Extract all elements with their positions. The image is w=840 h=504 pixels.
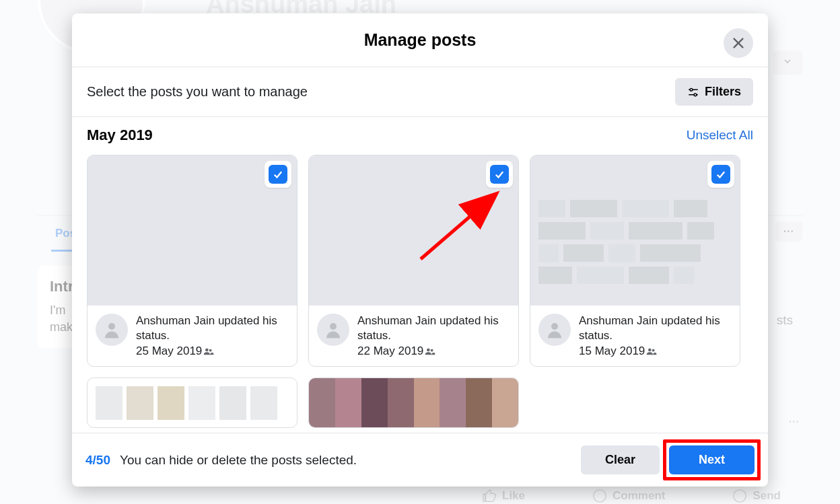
friends-icon — [203, 347, 214, 355]
post-image-partial — [309, 378, 518, 428]
person-icon — [545, 320, 565, 340]
post-avatar — [538, 314, 571, 346]
post-image — [530, 155, 740, 305]
post-avatar — [317, 314, 349, 346]
post-checkbox[interactable] — [486, 161, 513, 188]
close-button[interactable] — [724, 28, 753, 58]
post-footer: Anshuman Jain updated his status. 15 May… — [530, 305, 740, 366]
post-date: 15 May 2019 — [579, 345, 645, 358]
unselect-all-link[interactable]: Unselect All — [687, 128, 753, 143]
selection-count: 4/50 — [85, 453, 110, 468]
post-card[interactable]: Anshuman Jain updated his status. 15 May… — [530, 155, 740, 367]
svg-point-3 — [690, 88, 693, 91]
footer-text: You can hide or delete the posts selecte… — [120, 453, 571, 468]
post-card[interactable] — [308, 377, 519, 428]
post-text: Anshuman Jain updated his status. — [136, 314, 289, 343]
svg-point-8 — [209, 349, 212, 352]
post-image-partial — [88, 378, 297, 428]
next-button[interactable]: Next — [669, 445, 755, 474]
close-icon — [731, 36, 746, 50]
person-icon — [323, 320, 343, 340]
svg-point-7 — [205, 349, 209, 352]
post-card[interactable]: Anshuman Jain updated his status. 25 May… — [87, 155, 298, 367]
clear-button[interactable]: Clear — [581, 445, 660, 474]
svg-point-13 — [648, 349, 652, 352]
post-checkbox[interactable] — [707, 161, 734, 188]
check-icon — [272, 168, 284, 180]
friends-icon — [646, 347, 657, 355]
svg-point-14 — [652, 349, 655, 352]
post-text: Anshuman Jain updated his status. — [357, 314, 510, 343]
post-checkbox[interactable] — [265, 161, 291, 188]
month-label: May 2019 — [87, 127, 153, 144]
subheader-text: Select the posts you want to manage — [87, 84, 308, 100]
post-text: Anshuman Jain updated his status. — [579, 314, 732, 343]
filters-icon — [687, 86, 699, 98]
svg-point-12 — [551, 323, 558, 330]
post-footer: Anshuman Jain updated his status. 22 May… — [309, 305, 518, 366]
modal-title: Manage posts — [364, 30, 477, 50]
person-icon — [102, 320, 122, 340]
check-icon — [493, 168, 505, 180]
post-image — [309, 155, 518, 305]
body-header: May 2019 Unselect All — [87, 127, 753, 144]
post-avatar — [96, 314, 128, 346]
blurred-preview — [538, 200, 732, 297]
modal-subheader: Select the posts you want to manage Filt… — [72, 67, 768, 117]
modal-header: Manage posts — [72, 13, 768, 67]
svg-point-10 — [427, 349, 430, 352]
friends-icon — [425, 347, 435, 355]
svg-point-11 — [431, 349, 433, 352]
post-date: 25 May 2019 — [136, 345, 202, 358]
modal-footer: 4/50 You can hide or delete the posts se… — [72, 433, 768, 487]
post-grid: Anshuman Jain updated his status. 25 May… — [87, 155, 753, 428]
post-footer: Anshuman Jain updated his status. 25 May… — [88, 305, 297, 366]
filters-label: Filters — [705, 85, 741, 99]
svg-point-5 — [694, 93, 697, 96]
filters-button[interactable]: Filters — [675, 78, 753, 106]
post-card[interactable] — [87, 377, 298, 428]
manage-posts-modal: Manage posts Select the posts you want t… — [72, 13, 768, 487]
modal-backdrop: Manage posts Select the posts you want t… — [0, 0, 840, 504]
modal-body[interactable]: May 2019 Unselect All — [72, 117, 768, 433]
svg-point-6 — [108, 323, 115, 330]
post-card[interactable]: Anshuman Jain updated his status. 22 May… — [308, 155, 519, 367]
post-date: 22 May 2019 — [357, 345, 423, 358]
check-icon — [715, 168, 727, 180]
post-image — [88, 155, 297, 305]
svg-point-9 — [330, 323, 337, 330]
